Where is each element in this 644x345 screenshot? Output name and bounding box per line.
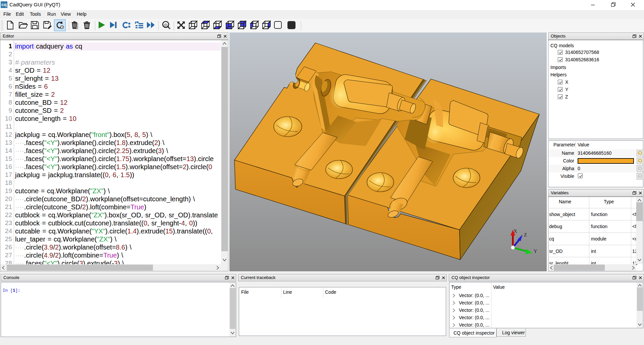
svg-text:Y: Y: [534, 249, 537, 254]
svg-text:X: X: [514, 228, 517, 234]
svg-text:Z: Z: [524, 232, 527, 237]
